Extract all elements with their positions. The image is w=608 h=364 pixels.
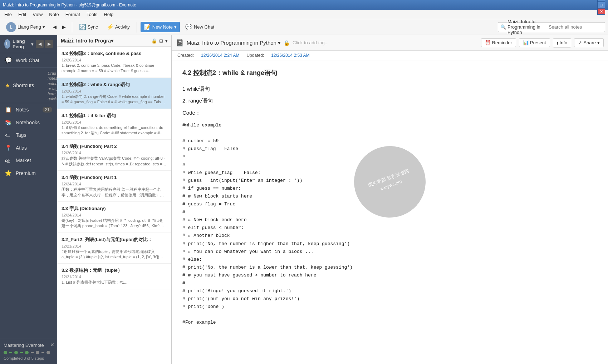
lock-icon[interactable]: 🔒 bbox=[151, 38, 157, 44]
notes-scroll[interactable]: 4.3 控制流3：break, continue & pass 12/26/20… bbox=[57, 47, 171, 364]
restore-button[interactable]: □ bbox=[597, 2, 605, 8]
tags-label: Tags bbox=[16, 132, 26, 138]
premium-icon: ⭐ bbox=[5, 170, 12, 176]
shortcuts-button[interactable]: ★ Shortcuts Drag notes, notebooks or tag… bbox=[0, 68, 57, 103]
note-list-item-7[interactable]: 3.2 数据结构：元组（tuple） 12/21/2014 1. List # … bbox=[57, 264, 171, 289]
mastering-close-button[interactable]: ✕ bbox=[50, 342, 54, 348]
menu-tools[interactable]: Tools bbox=[84, 11, 100, 18]
code-line-7: # guess = int(input('Enter an integer : … bbox=[182, 177, 597, 185]
code-line-21: # print('Bingo! you guessed it right.') bbox=[182, 287, 597, 295]
user-profile-button[interactable]: L Liang Peng ▾ bbox=[3, 20, 48, 34]
workchat-button[interactable]: 💬 Work Chat bbox=[0, 53, 57, 68]
forward-button[interactable]: ▶ bbox=[60, 23, 68, 31]
reminder-icon: ⏰ bbox=[485, 40, 491, 45]
new-note-button[interactable]: 📝 New Note ▾ bbox=[141, 22, 180, 32]
menu-format[interactable]: Format bbox=[63, 11, 83, 18]
notes-count: 21 bbox=[43, 107, 52, 113]
search-query: Maizi: Intro to Programming in Python bbox=[508, 19, 549, 35]
step-connector-1 bbox=[9, 352, 12, 353]
present-button[interactable]: 📊 Present bbox=[519, 38, 550, 47]
new-note-label: New Note bbox=[152, 24, 173, 30]
layout-icon[interactable]: ⊞ bbox=[159, 38, 163, 44]
code-line-25: #For example bbox=[182, 319, 597, 326]
reminder-button[interactable]: ⏰ Reminder bbox=[481, 38, 516, 47]
code-line-5: # bbox=[182, 161, 597, 169]
sync-icon: 🔄 bbox=[79, 24, 86, 30]
activity-label: Activity bbox=[115, 24, 130, 30]
note-item-date-6: 12/21/2014 bbox=[62, 244, 167, 248]
notes-header-icons: 🔒 ⊞ ▾ bbox=[151, 38, 168, 44]
section-2: 2. range语句 bbox=[182, 96, 597, 105]
mastering-title: Mastering Evernote bbox=[4, 343, 54, 348]
menu-note[interactable]: Note bbox=[46, 11, 62, 18]
note-item-preview-6: #创建只有一个元素的tuple，需要用逗号结尾消除歧义 a_tuple = (2… bbox=[62, 249, 167, 260]
user-name: Liang Peng bbox=[18, 24, 41, 30]
nav-premium[interactable]: ⭐ Premium bbox=[0, 167, 57, 180]
note-tag-placeholder[interactable]: Click to add tag... bbox=[293, 40, 328, 45]
note-item-preview-5: 键(key)，对应值(value) 结构介绍 # -*- coding: utf… bbox=[62, 218, 167, 229]
nav-notebooks[interactable]: 📚 Notebooks bbox=[0, 116, 57, 129]
note-list-item-3[interactable]: 3.4 函数 (Function) Part 2 12/26/2014 默认参数… bbox=[57, 140, 171, 171]
share-button[interactable]: ↗ Share ▾ bbox=[574, 38, 604, 47]
note-lock-icon[interactable]: 🔒 bbox=[284, 40, 290, 46]
code-line-10: # guess_flag = True bbox=[182, 200, 597, 208]
note-toolbar: 📓 Maizi: Intro to Programming in Python … bbox=[172, 35, 608, 51]
close-button[interactable]: ✕ bbox=[597, 8, 605, 15]
code-line-18: # print('No, the number is a lower than … bbox=[182, 264, 597, 271]
left-nav: L Liang Peng ▾ ◀ ▶ 💬 Work Chat ★ Shortcu… bbox=[0, 35, 57, 364]
activity-icon: ⚡ bbox=[107, 24, 114, 30]
nav-username: Liang Peng bbox=[13, 39, 29, 49]
code-line-1 bbox=[182, 129, 597, 137]
notes-dropdown-icon[interactable]: ▾ bbox=[165, 38, 168, 44]
note-item-preview-2: 1. if 语句 if condition: do something elif… bbox=[62, 125, 167, 136]
back-button[interactable]: ◀ bbox=[50, 23, 59, 31]
note-list-item-5[interactable]: 3.3 字典 (Dictionary) 12/24/2014 键(key)，对应… bbox=[57, 202, 171, 233]
nav-tags[interactable]: 🏷 Tags bbox=[0, 129, 57, 141]
step-connector-2 bbox=[20, 352, 23, 353]
content-area: 📓 Maizi: Intro to Programming in Python … bbox=[172, 35, 608, 364]
user-avatar: L bbox=[6, 22, 16, 32]
nav-notes[interactable]: 📋 Notes 21 bbox=[0, 103, 57, 116]
premium-label: Premium bbox=[16, 170, 36, 176]
note-list-item-6[interactable]: 3.2_Part2: 列表(List)与元组(tuple)的对比： 12/21/… bbox=[57, 233, 171, 264]
code-line-11: # bbox=[182, 208, 597, 216]
nav-arrows: ◀ ▶ bbox=[50, 23, 68, 31]
note-list-item-4[interactable]: 3.4 函数 (Function) Part 1 12/24/2014 函数：程… bbox=[57, 171, 171, 202]
note-item-preview-1: 1. while语句 2. range语句 Code: # while exam… bbox=[62, 94, 167, 105]
menu-help[interactable]: Help bbox=[101, 11, 116, 18]
search-box[interactable]: 🔍 Maizi: Intro to Programming in Python bbox=[498, 22, 605, 32]
sync-button[interactable]: 🔄 Sync bbox=[76, 22, 101, 32]
new-chat-button[interactable]: 💬 New Chat bbox=[182, 22, 217, 32]
step-3-dot bbox=[25, 351, 29, 354]
toolbar: L Liang Peng ▾ ◀ ▶ 🔄 Sync ⚡ Activity 📝 N… bbox=[0, 19, 608, 35]
nav-forward-button[interactable]: ▶ bbox=[45, 40, 53, 48]
menu-edit[interactable]: Edit bbox=[15, 11, 29, 18]
note-path-title: Maizi: Intro to Programming in Python ▾ bbox=[187, 40, 281, 46]
code-line-16: # # You can do whatever you want in a bl… bbox=[182, 248, 597, 256]
note-list-item-0[interactable]: 4.3 控制流3：break, continue & pass 12/26/20… bbox=[57, 47, 171, 78]
info-label: Info bbox=[560, 40, 568, 45]
note-item-title-5: 3.3 字典 (Dictionary) bbox=[62, 205, 167, 212]
menu-view[interactable]: View bbox=[30, 11, 45, 18]
atlas-icon: 📍 bbox=[5, 145, 12, 151]
info-button[interactable]: i Info bbox=[553, 38, 572, 48]
activity-button[interactable]: ⚡ Activity bbox=[103, 22, 133, 32]
menu-file[interactable]: File bbox=[1, 11, 15, 18]
code-line-13: # elif guess < number: bbox=[182, 224, 597, 232]
note-content[interactable]: 4.2 控制流2：while & range语句 1 while语句 2. ra… bbox=[172, 60, 608, 364]
nav-user-dropdown[interactable]: ▾ bbox=[31, 41, 34, 47]
updated-date: 12/26/2014 2:53 AM bbox=[271, 53, 309, 58]
notes-list: Maizi: Intro to Progra▾ 🔒 ⊞ ▾ 4.3 控制流3：b… bbox=[57, 35, 172, 364]
note-list-item-2[interactable]: 4.1 控制流1：if & for 语句 12/26/2014 1. if 语句… bbox=[57, 109, 171, 140]
present-label: Present bbox=[530, 40, 546, 45]
nav-market[interactable]: 🛍 Market bbox=[0, 154, 57, 167]
code-line-15: # print('No, the number is higher than t… bbox=[182, 240, 597, 248]
note-list-item-1[interactable]: 4.2 控制流2：while & range语句 12/26/2014 1. w… bbox=[57, 78, 171, 109]
nav-atlas[interactable]: 📍 Atlas bbox=[0, 141, 57, 154]
note-notebook-icon: 📓 bbox=[176, 39, 184, 47]
search-all-notes-input[interactable] bbox=[549, 24, 603, 30]
code-line-22: # print('(but you do not win any prizes!… bbox=[182, 295, 597, 303]
nav-back-button[interactable]: ◀ bbox=[36, 40, 44, 48]
code-line-3: # guess_flag = False bbox=[182, 145, 597, 153]
new-note-icon: 📝 bbox=[144, 24, 151, 30]
